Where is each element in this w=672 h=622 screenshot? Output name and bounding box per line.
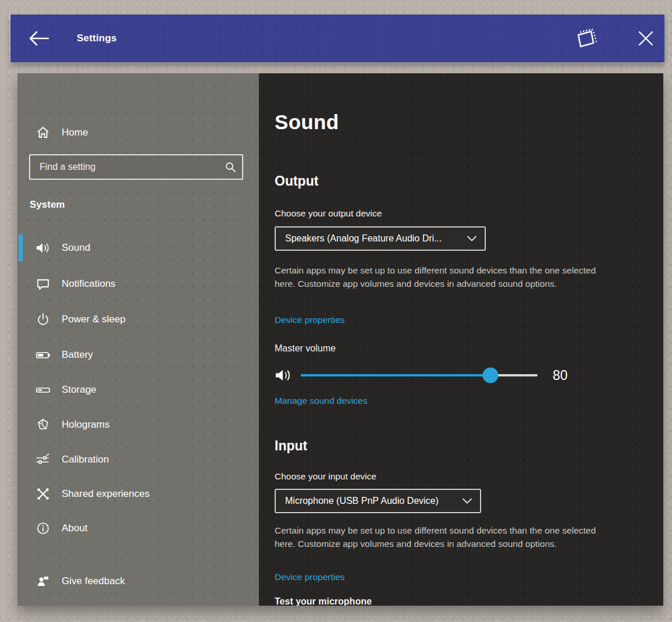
output-section-heading: Output <box>275 173 318 189</box>
page-title: Sound <box>275 111 339 134</box>
app-title: Settings <box>77 33 117 44</box>
sidebar-item-shared-experiences[interactable]: Shared experiences <box>17 480 259 508</box>
info-icon <box>35 521 51 536</box>
power-icon <box>35 312 51 328</box>
feedback-person-icon <box>35 574 51 589</box>
sidebar-item-label: Power & sleep <box>62 314 126 325</box>
output-description: Certain apps may be set up to use differ… <box>275 264 612 290</box>
master-volume-slider[interactable] <box>301 374 538 376</box>
volume-value: 80 <box>553 368 568 383</box>
input-device-value: Microphone (USB PnP Audio Device) <box>285 496 439 506</box>
sidebar-section-system: System <box>30 199 65 211</box>
output-device-value: Speakers (Analog Feature Audio Dri... <box>285 233 442 244</box>
output-device-dropdown[interactable]: Speakers (Analog Feature Audio Dri... <box>275 226 486 251</box>
shared-experiences-icon <box>35 486 51 502</box>
sidebar-item-label: Home <box>62 127 88 138</box>
settings-window: Home System Sound <box>17 73 663 606</box>
input-description: Certain apps may be set up to use differ… <box>275 524 612 550</box>
sidebar-item-holograms[interactable]: Holograms <box>17 411 259 439</box>
search-icon[interactable] <box>219 161 242 173</box>
output-device-properties-link[interactable]: Device properties <box>275 315 345 325</box>
sidebar-item-power-sleep[interactable]: Power & sleep <box>17 305 259 333</box>
sound-settings-panel: Sound Output Choose your output device S… <box>259 73 663 606</box>
search-input[interactable] <box>30 155 219 179</box>
sidebar-item-label: Holograms <box>62 419 109 431</box>
volume-speaker-icon <box>275 367 292 383</box>
sidebar: Home System Sound <box>17 73 259 606</box>
sidebar-item-label: Battery <box>62 349 93 361</box>
storage-drive-icon <box>35 382 51 398</box>
adjust-window-icon <box>576 28 599 49</box>
close-button[interactable] <box>627 15 664 62</box>
adjust-window-button[interactable] <box>569 15 606 62</box>
sidebar-item-give-feedback[interactable]: Give feedback <box>17 567 259 595</box>
chevron-down-icon <box>463 498 472 504</box>
sidebar-item-notifications[interactable]: Notifications <box>17 270 259 298</box>
sidebar-item-label: Calibration <box>62 454 109 465</box>
manage-sound-devices-link[interactable]: Manage sound devices <box>275 396 367 406</box>
sidebar-item-battery[interactable]: Battery <box>17 341 259 369</box>
input-section-heading: Input <box>275 438 307 454</box>
home-icon <box>35 125 51 141</box>
sidebar-item-label: Notifications <box>62 278 116 290</box>
chevron-down-icon <box>467 236 477 241</box>
back-arrow-icon <box>27 29 51 48</box>
battery-icon <box>35 347 51 363</box>
titlebar: Settings <box>10 15 664 62</box>
sidebar-item-label: About <box>62 523 87 534</box>
output-device-label: Choose your output device <box>275 208 382 219</box>
sidebar-item-label: Give feedback <box>62 575 125 587</box>
hologram-icon <box>35 417 51 433</box>
input-device-label: Choose your input device <box>275 471 376 482</box>
speaker-icon <box>35 240 51 256</box>
sidebar-item-about[interactable]: About <box>17 514 259 542</box>
sidebar-item-label: Shared experiences <box>62 488 150 500</box>
calibration-sliders-icon <box>35 452 51 468</box>
search-box <box>29 154 243 180</box>
sidebar-item-storage[interactable]: Storage <box>17 376 259 404</box>
sidebar-item-label: Storage <box>62 384 97 396</box>
test-microphone-label: Test your microphone <box>275 596 372 606</box>
input-device-properties-link[interactable]: Device properties <box>275 572 345 582</box>
notification-bubble-icon <box>35 276 51 292</box>
master-volume-label: Master volume <box>275 343 336 354</box>
back-button[interactable] <box>26 27 52 50</box>
volume-slider-thumb[interactable] <box>482 368 498 383</box>
master-volume-slider-row: 80 <box>275 363 577 388</box>
sidebar-item-label: Sound <box>62 242 90 254</box>
sidebar-item-home[interactable]: Home <box>17 119 259 147</box>
sidebar-item-calibration[interactable]: Calibration <box>17 446 259 474</box>
sidebar-item-sound[interactable]: Sound <box>17 234 259 262</box>
close-icon <box>637 29 655 48</box>
input-device-dropdown[interactable]: Microphone (USB PnP Audio Device) <box>275 489 481 513</box>
volume-slider-fill <box>301 374 490 376</box>
